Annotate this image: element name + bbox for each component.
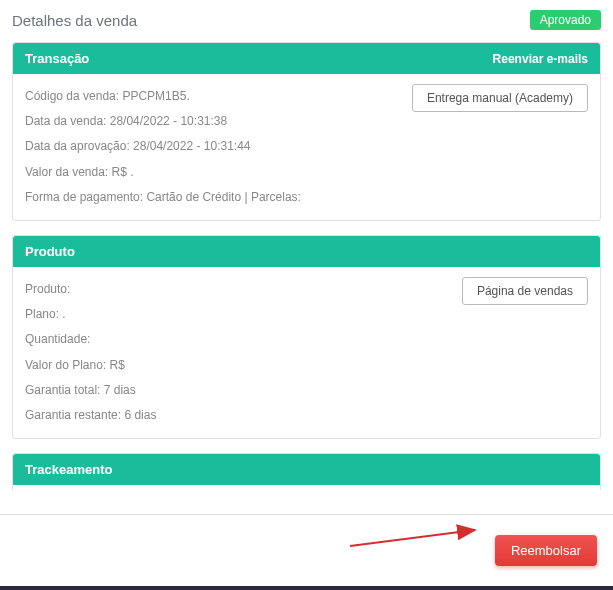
bottom-border <box>0 586 613 590</box>
product-header-label: Produto <box>25 244 75 259</box>
manual-delivery-button[interactable]: Entrega manual (Academy) <box>412 84 588 112</box>
tracking-card: Trackeamento src: utm_source: utm_medium… <box>12 453 601 490</box>
footer: Reembolsar <box>0 514 613 590</box>
page-content: Detalhes da venda Aprovado Transação Ree… <box>0 0 613 490</box>
quantity: Quantidade: <box>25 327 588 352</box>
transaction-header-label: Transação <box>25 51 89 66</box>
plan-name: Plano: . <box>25 302 588 327</box>
header-row: Detalhes da venda Aprovado <box>12 10 601 30</box>
sale-value: Valor da venda: R$ . <box>25 160 588 185</box>
sales-page-button[interactable]: Página de vendas <box>462 277 588 305</box>
tracking-header: Trackeamento <box>13 454 600 485</box>
approval-date: Data da aprovação: 28/04/2022 - 10:31:44 <box>25 134 588 159</box>
payment-method: Forma de pagamento: Cartão de Crédito | … <box>25 185 588 210</box>
product-card: Produto Página de vendas Produto: Plano:… <box>12 235 601 439</box>
plan-value: Valor do Plano: R$ <box>25 353 588 378</box>
total-warranty: Garantia total: 7 dias <box>25 378 588 403</box>
tracking-body: src: utm_source: utm_medium: <box>13 485 600 490</box>
refund-button[interactable]: Reembolsar <box>495 535 597 566</box>
product-body: Página de vendas Produto: Plano: . Quant… <box>13 267 600 438</box>
sale-date: Data da venda: 28/04/2022 - 10:31:38 <box>25 109 588 134</box>
status-badge: Aprovado <box>530 10 601 30</box>
product-header: Produto <box>13 236 600 267</box>
page-title: Detalhes da venda <box>12 12 137 29</box>
transaction-card: Transação Reenviar e-mails Entrega manua… <box>12 42 601 221</box>
resend-emails-link[interactable]: Reenviar e-mails <box>493 52 588 66</box>
remaining-warranty: Garantia restante: 6 dias <box>25 403 588 428</box>
transaction-header: Transação Reenviar e-mails <box>13 43 600 74</box>
tracking-header-label: Trackeamento <box>25 462 112 477</box>
transaction-body: Entrega manual (Academy) Código da venda… <box>13 74 600 220</box>
